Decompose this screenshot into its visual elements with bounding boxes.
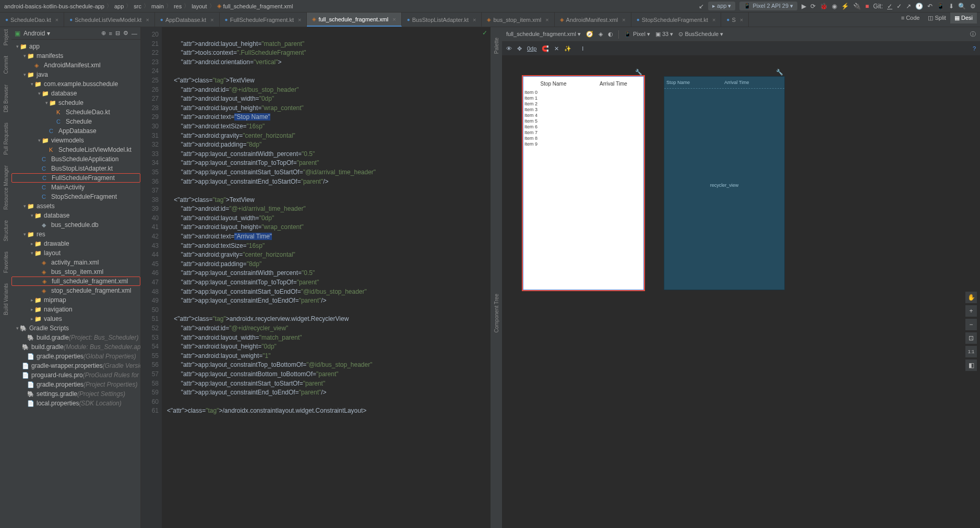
tree-item[interactable]: 📄local.properties (SDK Location) xyxy=(11,399,140,408)
tool-window-tab[interactable]: DB Browser xyxy=(3,85,9,112)
expand-all-icon[interactable]: ≡ xyxy=(109,30,112,37)
editor-content[interactable]: "attr">android:layout_height="match_pare… xyxy=(162,27,491,528)
file-tab[interactable]: ◈bus_stop_item.xml× xyxy=(482,13,554,27)
hide-icon[interactable]: — xyxy=(132,30,137,37)
device-selector[interactable]: 📱 Pixel 2 API 29 ▾ xyxy=(739,2,797,10)
wrench-icon[interactable]: 🔧 xyxy=(635,69,642,76)
collapse-all-icon[interactable]: ⊟ xyxy=(115,30,120,37)
tree-item[interactable]: CSchedule xyxy=(11,117,140,126)
tree-item[interactable]: 🐘settings.gradle (Project Settings) xyxy=(11,389,140,399)
tree-item[interactable]: ▸📁values xyxy=(11,314,140,323)
tree-item[interactable]: ▸📁mipmap xyxy=(11,295,140,305)
tree-item[interactable]: ◈activity_main.xml xyxy=(11,258,140,267)
tree-item[interactable]: 📄proguard-rules.pro (ProGuard Rules for … xyxy=(11,370,140,380)
tree-item[interactable]: ◈stop_schedule_fragment.xml xyxy=(11,286,140,295)
tree-item[interactable]: ▸📁navigation xyxy=(11,305,140,314)
zoom-out-button[interactable]: − xyxy=(965,319,977,330)
attach-debugger-icon[interactable]: 🔌 xyxy=(853,3,861,10)
breadcrumb[interactable]: android-basics-kotlin-bus-schedule-app〉a… xyxy=(4,2,699,10)
tree-item[interactable]: ▾📁layout xyxy=(11,248,140,258)
rollback-icon[interactable]: ↶ xyxy=(927,3,933,10)
coverage-icon[interactable]: ⚡ xyxy=(841,3,849,10)
infer-constraints-icon[interactable]: ✨ xyxy=(564,45,571,52)
sync-icon[interactable]: ↙ xyxy=(699,3,704,10)
apply-changes-icon[interactable]: ⟳ xyxy=(810,3,816,10)
file-tab[interactable]: ●S× xyxy=(721,13,749,27)
default-margin[interactable]: 0dp xyxy=(527,45,536,52)
tree-item[interactable]: ▸📁drawable xyxy=(11,239,140,248)
tree-item[interactable]: CStopScheduleFragment xyxy=(11,192,140,201)
settings-icon[interactable]: ⚙ xyxy=(970,3,976,10)
tree-item[interactable]: ◆bus_schedule.db xyxy=(11,220,140,230)
file-tab[interactable]: ●StopScheduleFragment.kt× xyxy=(631,13,722,27)
tree-item[interactable]: CMainActivity xyxy=(11,183,140,192)
tree-item[interactable]: ◈AndroidManifest.xml xyxy=(11,61,140,70)
file-tab[interactable]: ●ScheduleListViewModel.kt× xyxy=(64,13,155,27)
file-tab[interactable]: ◈full_schedule_fragment.xml× xyxy=(307,13,401,27)
tree-item[interactable]: ▾🐘Gradle Scripts xyxy=(11,323,140,333)
git-update-icon[interactable]: ✓ xyxy=(887,3,892,10)
tree-item[interactable]: ▾📁viewmodels xyxy=(11,136,140,145)
tree-item[interactable]: ▾📁database xyxy=(11,211,140,220)
clear-constraints-icon[interactable]: ✕ xyxy=(554,45,559,52)
inspection-ok-icon[interactable]: ✓ xyxy=(482,29,487,37)
file-tab[interactable]: ◈AndroidManifest.xml× xyxy=(555,13,631,27)
device-preview-selector[interactable]: 📱 Pixel ▾ xyxy=(624,31,650,38)
zoom-fit-button[interactable]: ⊡ xyxy=(965,332,977,344)
guidelines-icon[interactable]: I xyxy=(582,45,583,52)
file-selector[interactable]: full_schedule_fragment.xml ▾ xyxy=(506,31,581,38)
design-canvas[interactable]: 🔧 Stop Name Arrival Time Item 0Item 1Ite… xyxy=(502,55,980,528)
file-tab[interactable]: ●AppDatabase.kt× xyxy=(155,13,220,27)
tree-item[interactable]: CFullScheduleFragment xyxy=(11,173,140,183)
tree-item[interactable]: ▾📁assets xyxy=(11,201,140,211)
tree-item[interactable]: ▾📁database xyxy=(11,89,140,98)
tree-item[interactable]: CBusStopListAdapter.kt xyxy=(11,164,140,173)
tree-item[interactable]: ▾📁res xyxy=(11,230,140,239)
tree-item[interactable]: ▾📁java xyxy=(11,70,140,79)
tool-window-tab[interactable]: Resource Manager xyxy=(3,165,9,210)
sdk-manager-icon[interactable]: ⬇ xyxy=(949,3,954,10)
tree-item[interactable]: 🐘build.gradle (Module: Bus_Scheduler.app… xyxy=(11,342,140,352)
project-tree[interactable]: ▾📁app▾📁manifests◈AndroidManifest.xml▾📁ja… xyxy=(11,40,140,528)
tree-item[interactable]: 📄gradle.properties (Global Properties) xyxy=(11,352,140,361)
palette-tab[interactable]: Palette xyxy=(494,38,499,54)
git-commit-icon[interactable]: ✓ xyxy=(897,3,902,10)
api-selector[interactable]: ▣ 33 ▾ xyxy=(655,31,673,38)
tree-item[interactable]: KScheduleListViewModel.kt xyxy=(11,145,140,154)
orientation-icon[interactable]: 🧭 xyxy=(586,31,593,38)
split-view-button[interactable]: ◫ Split xyxy=(924,13,950,23)
tree-item[interactable]: ▾📁com.example.busschedule xyxy=(11,79,140,89)
run-config-selector[interactable]: ▸ app ▾ xyxy=(708,2,735,10)
tool-window-tab[interactable]: Structure xyxy=(3,220,9,242)
pan-icon[interactable]: ✥ xyxy=(517,45,522,52)
git-push-icon[interactable]: ↗ xyxy=(906,3,911,10)
attributes-icon[interactable]: ⓘ xyxy=(970,30,976,38)
profiler-icon[interactable]: ◉ xyxy=(832,3,837,10)
debug-button[interactable]: 🐞 xyxy=(820,3,828,10)
zoom-ratio-button[interactable]: 1:1 xyxy=(965,346,977,357)
file-tab[interactable]: ●BusStopListAdapter.kt× xyxy=(402,13,482,27)
stop-button[interactable]: ■ xyxy=(865,3,869,10)
tree-item[interactable]: 🐘build.gradle (Project: Bus_Scheduler) xyxy=(11,333,140,342)
tree-item[interactable]: CBusScheduleApplication xyxy=(11,154,140,164)
tree-item[interactable]: ◈full_schedule_fragment.xml xyxy=(11,277,140,286)
tree-item[interactable]: ◈bus_stop_item.xml xyxy=(11,267,140,277)
view-options-icon[interactable]: 👁 xyxy=(506,45,512,52)
run-button[interactable]: ▶ xyxy=(802,3,806,10)
night-mode-icon[interactable]: ◐ xyxy=(608,31,613,38)
tree-item[interactable]: KScheduleDao.kt xyxy=(11,107,140,117)
tool-window-tab[interactable]: Favorites xyxy=(3,251,9,273)
theme-selector[interactable]: ⊙ BusSchedule ▾ xyxy=(678,31,723,38)
tool-window-tab[interactable]: Project xyxy=(3,29,9,45)
code-view-button[interactable]: ≡ Code xyxy=(897,13,924,23)
file-tab[interactable]: ●ScheduleDao.kt× xyxy=(0,13,64,27)
tree-item[interactable]: ▾📁schedule xyxy=(11,98,140,107)
tool-window-tab[interactable]: Pull Requests xyxy=(3,123,9,155)
tree-item[interactable]: CAppDatabase xyxy=(11,126,140,136)
design-preview[interactable]: 🔧 Stop Name Arrival Time Item 0Item 1Ite… xyxy=(523,76,644,290)
tool-window-tab[interactable]: Commit xyxy=(3,56,9,74)
gear-icon[interactable]: ⚙ xyxy=(123,30,128,37)
search-everywhere-icon[interactable]: 🔍 xyxy=(958,3,966,10)
tree-item[interactable]: ▾📁app xyxy=(11,42,140,51)
help-icon[interactable]: ? xyxy=(973,45,976,52)
